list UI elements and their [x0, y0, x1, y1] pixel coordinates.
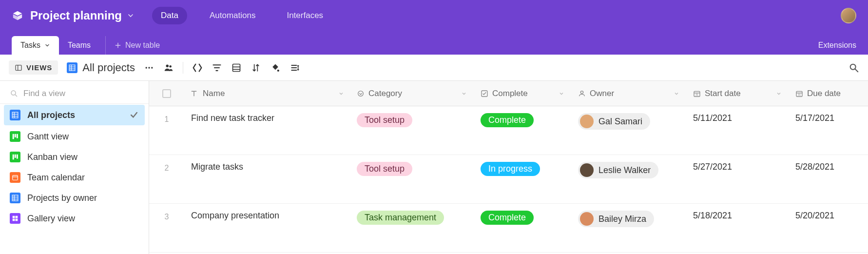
view-item[interactable]: Kanban view: [0, 147, 149, 167]
base-title[interactable]: Project planning: [30, 9, 122, 22]
table-header: Name Category Complete Owner 31 Start da…: [149, 81, 868, 106]
column-name[interactable]: Name: [184, 89, 350, 98]
view-toolbar: VIEWS All projects: [0, 55, 868, 81]
table-row[interactable]: 1Find new task trackerTool setupComplete…: [149, 106, 868, 155]
find-view-input[interactable]: Find a view: [0, 84, 149, 104]
svg-point-44: [580, 91, 583, 93]
svg-rect-14: [232, 64, 240, 71]
filter-icon[interactable]: [212, 62, 222, 73]
table-tab-teams[interactable]: Teams: [59, 36, 99, 55]
chevron-down-icon[interactable]: [127, 12, 135, 20]
cell-category[interactable]: Task management: [350, 211, 474, 225]
color-icon[interactable]: [270, 62, 281, 73]
column-owner[interactable]: Owner: [571, 89, 686, 98]
grid-view-icon: [67, 62, 77, 73]
view-item[interactable]: Gantt view: [0, 126, 149, 147]
category-pill: Task management: [357, 211, 444, 225]
view-item[interactable]: Gallery view: [0, 208, 149, 229]
new-table-button[interactable]: New table: [105, 36, 169, 55]
svg-point-9: [145, 67, 147, 68]
view-item[interactable]: Projects by owner: [0, 188, 149, 208]
table-tab-label: Tasks: [20, 41, 40, 50]
cell-owner[interactable]: Leslie Walker: [571, 162, 686, 178]
cell-name[interactable]: Migrate tasks: [184, 162, 350, 172]
top-nav: Data Automations Interfaces: [152, 7, 332, 24]
chevron-down-icon[interactable]: [674, 91, 679, 97]
cell-category[interactable]: Tool setup: [350, 162, 474, 176]
owner-avatar: [580, 163, 594, 177]
svg-rect-41: [16, 219, 18, 221]
svg-text:31: 31: [695, 93, 698, 96]
date-field-icon: 31: [693, 90, 701, 98]
status-pill: Complete: [481, 211, 534, 225]
text-field-icon: [190, 90, 198, 98]
column-category[interactable]: Category: [350, 89, 474, 98]
cell-owner[interactable]: Bailey Mirza: [571, 211, 686, 227]
chevron-down-icon[interactable]: [338, 91, 344, 97]
cell-start-date[interactable]: 5/27/2021: [686, 162, 789, 172]
people-icon[interactable]: [163, 62, 174, 73]
select-all-checkbox[interactable]: [149, 89, 184, 98]
separator: [183, 62, 183, 74]
user-field-icon: [578, 90, 586, 98]
check-icon: [129, 110, 139, 120]
svg-rect-40: [13, 219, 15, 221]
owner-chip: Gal Samari: [578, 113, 650, 130]
search-icon[interactable]: [849, 62, 859, 73]
table-row[interactable]: 2Migrate tasksTool setupIn progressLesli…: [149, 155, 868, 204]
cell-category[interactable]: Tool setup: [350, 113, 474, 127]
svg-point-12: [166, 64, 169, 67]
svg-rect-32: [13, 176, 18, 180]
chevron-down-icon[interactable]: [559, 91, 564, 97]
svg-rect-3: [16, 65, 21, 70]
group-icon[interactable]: [231, 62, 242, 73]
svg-rect-31: [17, 155, 18, 159]
cell-due-date[interactable]: 5/17/2021: [789, 113, 867, 123]
view-item[interactable]: All projects: [4, 105, 145, 125]
nav-automations[interactable]: Automations: [201, 7, 265, 24]
cell-owner[interactable]: Gal Samari: [571, 113, 686, 130]
view-type-icon: [10, 213, 20, 224]
view-label: Kanban view: [27, 152, 77, 162]
cell-complete[interactable]: In progress: [474, 162, 571, 176]
cell-complete[interactable]: Complete: [474, 211, 571, 225]
owner-chip: Leslie Walker: [578, 162, 658, 178]
main-content: Find a view All projectsGantt viewKanban…: [0, 81, 868, 254]
chevron-down-icon[interactable]: [776, 91, 782, 97]
cell-complete[interactable]: Complete: [474, 113, 571, 127]
column-start-date[interactable]: 31 Start date: [686, 89, 789, 98]
svg-point-11: [151, 67, 153, 68]
view-title-block[interactable]: All projects: [67, 61, 135, 74]
view-type-icon: [10, 193, 20, 203]
cell-due-date[interactable]: 5/20/2021: [789, 211, 867, 221]
row-number: 3: [149, 211, 184, 221]
status-pill: In progress: [481, 162, 540, 176]
cell-start-date[interactable]: 5/18/2021: [686, 211, 789, 221]
more-icon[interactable]: [144, 62, 154, 73]
column-due-date[interactable]: 31 Due date: [789, 89, 867, 98]
data-table: Name Category Complete Owner 31 Start da…: [149, 81, 868, 254]
nav-data[interactable]: Data: [152, 7, 187, 24]
extensions-icon[interactable]: [192, 62, 203, 73]
chevron-down-icon[interactable]: [461, 91, 467, 97]
extensions-button[interactable]: Extensions: [818, 36, 856, 55]
cell-start-date[interactable]: 5/11/2021: [686, 113, 789, 123]
cell-name[interactable]: Find new task tracker: [184, 113, 350, 123]
views-toggle[interactable]: VIEWS: [9, 60, 58, 75]
sort-icon[interactable]: [251, 62, 261, 73]
view-label: Team calendar: [27, 173, 85, 183]
cell-due-date[interactable]: 5/28/2021: [789, 162, 867, 172]
row-height-icon[interactable]: [289, 62, 300, 73]
svg-point-20: [11, 91, 16, 95]
column-complete[interactable]: Complete: [474, 89, 571, 98]
table-tab-tasks[interactable]: Tasks: [12, 36, 59, 55]
nav-interfaces[interactable]: Interfaces: [278, 7, 332, 24]
cell-name[interactable]: Company presentation: [184, 211, 350, 221]
avatar[interactable]: [841, 8, 856, 23]
svg-rect-39: [16, 216, 18, 218]
view-item[interactable]: Team calendar: [0, 167, 149, 188]
view-type-icon: [10, 131, 20, 142]
view-label: Projects by owner: [27, 193, 97, 203]
table-row[interactable]: 3Company presentationTask managementComp…: [149, 204, 868, 253]
sidebar-icon: [15, 64, 22, 72]
